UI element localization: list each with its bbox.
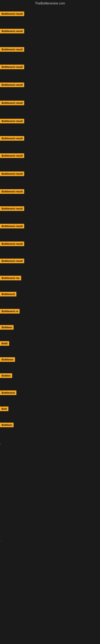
bottleneck-label-17: Bottleneck	[0, 292, 16, 296]
bottleneck-item-10[interactable]: Bottleneck result	[0, 172, 24, 177]
bottleneck-label-6: Bottleneck result	[0, 100, 24, 105]
bottleneck-item-1[interactable]: Bottleneck result	[0, 12, 24, 17]
bottleneck-item-21[interactable]: Bottlenec	[0, 357, 15, 363]
bottleneck-label-21: Bottlenec	[0, 357, 15, 362]
bottleneck-label-24: Bott	[0, 406, 8, 411]
bottleneck-item-11[interactable]: Bottleneck result	[0, 189, 24, 194]
bottleneck-label-5: Bottleneck result	[0, 82, 24, 87]
bottleneck-item-17[interactable]: Bottleneck	[0, 292, 16, 297]
bottleneck-item-5[interactable]: Bottleneck result	[0, 82, 24, 88]
bottleneck-label-12: Bottleneck result	[0, 206, 24, 211]
bottleneck-item-14[interactable]: Bottleneck result	[0, 242, 24, 247]
bottleneck-item-3[interactable]: Bottleneck result	[0, 47, 24, 52]
bottleneck-item-13[interactable]: Bottleneck result	[0, 224, 24, 229]
bottleneck-label-2: Bottleneck result	[0, 29, 24, 34]
bottleneck-label-16: Bottleneck res	[0, 276, 21, 280]
bottleneck-item-23[interactable]: Bottleneck	[0, 390, 16, 396]
bottleneck-label-10: Bottleneck result	[0, 172, 24, 176]
bottleneck-item-2[interactable]: Bottleneck result	[0, 29, 24, 34]
bottleneck-item-7[interactable]: Bottleneck result	[0, 119, 24, 124]
bottleneck-label-18: Bottleneck re	[0, 309, 20, 314]
bottleneck-label-4: Bottleneck result	[0, 64, 24, 69]
bottleneck-label-20: Bottl	[0, 341, 9, 346]
bottleneck-item-18[interactable]: Bottleneck re	[0, 309, 20, 314]
bottleneck-item-15[interactable]: Bottleneck result	[0, 258, 24, 264]
bottleneck-label-3: Bottleneck result	[0, 47, 24, 52]
bottleneck-label-15: Bottleneck result	[0, 258, 24, 263]
bottleneck-label-25: Bottlene	[0, 422, 14, 427]
bottleneck-item-19[interactable]: Bottlene	[0, 325, 14, 330]
bottleneck-label-23: Bottleneck	[0, 390, 16, 395]
bottleneck-label-14: Bottleneck result	[0, 242, 24, 246]
bottleneck-item-12[interactable]: Bottleneck result	[0, 206, 24, 212]
bottleneck-label-8: Bottleneck result	[0, 136, 24, 141]
bottleneck-item-25[interactable]: Bottlene	[0, 422, 14, 428]
bottleneck-label-1: Bottleneck result	[0, 12, 24, 16]
marker-1: |	[0, 443, 0, 445]
bottleneck-item-24[interactable]: Bott	[0, 406, 8, 412]
bottleneck-item-16[interactable]: Bottleneck res	[0, 276, 21, 281]
bottleneck-item-4[interactable]: Bottleneck result	[0, 64, 24, 70]
bottleneck-label-13: Bottleneck result	[0, 224, 24, 228]
bottleneck-item-20[interactable]: Bottl	[0, 341, 9, 346]
bottleneck-label-22: Bottlen	[0, 373, 12, 378]
site-title: TheBottlenecker.com	[0, 0, 100, 7]
bottleneck-label-19: Bottlene	[0, 325, 14, 330]
bottleneck-label-9: Bottleneck result	[0, 153, 24, 158]
marker-2: ...	[0, 539, 1, 542]
bottleneck-item-9[interactable]: Bottleneck result	[0, 153, 24, 159]
bottleneck-label-7: Bottleneck result	[0, 119, 24, 123]
bottleneck-item-8[interactable]: Bottleneck result	[0, 136, 24, 142]
bottleneck-item-22[interactable]: Bottlen	[0, 373, 12, 379]
bottleneck-label-11: Bottleneck result	[0, 189, 24, 194]
bottleneck-item-6[interactable]: Bottleneck result	[0, 100, 24, 106]
